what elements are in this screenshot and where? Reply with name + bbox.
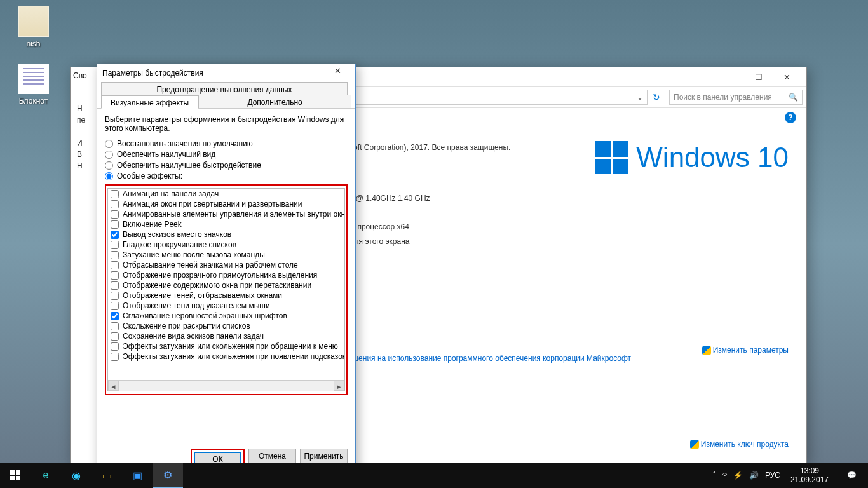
effect-checkbox[interactable]	[111, 302, 119, 310]
effect-checkbox[interactable]	[111, 322, 119, 330]
tray-volume-icon[interactable]: 🔊	[749, 471, 759, 480]
maximize-button[interactable]: ☐	[744, 68, 773, 86]
effect-item[interactable]: Сохранение вида эскизов панели задач	[108, 331, 344, 341]
effect-item[interactable]: Анимация на панели задач	[108, 189, 344, 199]
apply-button[interactable]: Применить	[300, 449, 348, 463]
scroll-right-icon[interactable]: ►	[334, 381, 344, 391]
effect-checkbox[interactable]	[111, 200, 119, 208]
perf-description: Выберите параметры оформления и быстроде…	[105, 115, 348, 133]
effect-item[interactable]: Отбрасывание теней значками на рабочем с…	[108, 260, 344, 270]
minimize-button[interactable]: —	[715, 68, 744, 86]
effect-label: Скольжение при раскрытии списков	[123, 322, 250, 330]
effect-item[interactable]: Отображение прозрачного прямоугольника в…	[108, 270, 344, 280]
effect-item[interactable]: Анимированные элементы управления и элем…	[108, 209, 344, 219]
shield-icon	[690, 440, 699, 449]
change-product-key-link[interactable]: Изменить ключ продукта	[690, 440, 789, 449]
notifications-button[interactable]: 💬	[839, 463, 864, 488]
taskbar-explorer[interactable]: ▭	[92, 463, 122, 488]
svg-rect-0	[10, 470, 15, 475]
radio-input[interactable]	[105, 151, 113, 159]
effect-item[interactable]: Отображение тени под указателем мыши	[108, 301, 344, 311]
effect-label: Сохранение вида эскизов панели задач	[123, 332, 264, 341]
effect-checkbox[interactable]	[111, 332, 119, 341]
desktop-icon-notepad[interactable]: Блокнот	[10, 64, 57, 105]
effect-item[interactable]: Сглаживание неровностей экранных шрифтов	[108, 311, 344, 321]
scroll-left-icon[interactable]: ◄	[108, 381, 119, 391]
help-icon[interactable]: ?	[785, 112, 796, 123]
search-icon: 🔍	[789, 93, 798, 102]
tab-dep[interactable]: Предотвращение выполнения данных	[101, 82, 348, 95]
system-tray: ˄ ⌔ ⚡ 🔊 РУС 13:09 21.09.2017 💬	[712, 463, 868, 488]
effects-listbox[interactable]: Анимация на панели задачАнимация окон пр…	[107, 188, 345, 391]
effect-checkbox[interactable]	[111, 271, 119, 280]
notepad-icon	[18, 64, 49, 94]
perf-title: Параметры быстродействия	[102, 69, 203, 78]
close-button[interactable]: ✕	[325, 66, 350, 80]
perf-radio-option[interactable]: Обеспечить наилучший вид	[105, 150, 348, 159]
effect-label: Отображение содержимого окна при перетас…	[123, 281, 311, 290]
taskbar-app-1[interactable]: ◉	[61, 463, 92, 488]
effect-item[interactable]: Гладкое прокручивание списков	[108, 240, 344, 250]
search-input[interactable]: Поиск в панели управления 🔍	[669, 90, 803, 105]
effect-label: Отображение прозрачного прямоугольника в…	[123, 271, 317, 280]
effect-item[interactable]: Отображение содержимого окна при перетас…	[108, 280, 344, 290]
effect-item[interactable]: Скольжение при раскрытии списков	[108, 321, 344, 331]
effect-checkbox[interactable]	[111, 342, 119, 351]
effect-item[interactable]: Эффекты затухания или скольжения при поя…	[108, 351, 344, 362]
effect-checkbox[interactable]	[111, 210, 119, 219]
effect-checkbox[interactable]	[111, 190, 119, 198]
radio-input[interactable]	[105, 140, 113, 148]
windows-brand-text: Windows 10	[636, 142, 789, 173]
effect-checkbox[interactable]	[111, 251, 119, 259]
perf-titlebar[interactable]: Параметры быстродействия ✕	[97, 64, 355, 82]
change-settings-link[interactable]: Изменить параметры	[702, 346, 789, 355]
shield-icon	[702, 346, 711, 355]
tab-advanced[interactable]: Дополнительно	[198, 95, 351, 108]
effect-item[interactable]: Включение Peek	[108, 219, 344, 229]
cancel-button[interactable]: Отмена	[248, 449, 296, 463]
tab-visual-effects[interactable]: Визуальные эффекты	[101, 95, 198, 109]
search-placeholder: Поиск в панели управления	[674, 93, 772, 102]
refresh-button[interactable]: ↻	[648, 92, 665, 102]
effect-checkbox[interactable]	[111, 231, 119, 239]
effect-item[interactable]: Отображение теней, отбрасываемых окнами	[108, 290, 344, 301]
tray-language[interactable]: РУС	[765, 471, 780, 480]
windows-logo: Windows 10	[595, 141, 789, 174]
effect-label: Анимация на панели задач	[123, 189, 219, 198]
effect-checkbox[interactable]	[111, 220, 119, 229]
svg-rect-3	[16, 476, 20, 480]
desktop-icon-nish[interactable]: nish	[10, 6, 57, 48]
tray-clock[interactable]: 13:09 21.09.2017	[787, 466, 832, 485]
effect-item[interactable]: Анимация окон при свертывании и разверты…	[108, 199, 344, 209]
effect-checkbox[interactable]	[111, 281, 119, 290]
perf-radio-option[interactable]: Особые эффекты:	[105, 172, 348, 180]
effect-checkbox[interactable]	[111, 241, 119, 249]
windows-logo-icon	[595, 141, 628, 174]
effect-item[interactable]: Затухание меню после вызова команды	[108, 250, 344, 260]
tray-network-icon[interactable]: ⚡	[733, 471, 743, 480]
taskbar-app-2[interactable]: ▣	[122, 463, 153, 488]
taskbar-edge[interactable]: e	[31, 463, 61, 488]
effect-label: Включение Peek	[123, 220, 182, 229]
perf-radio-option[interactable]: Восстановить значения по умолчанию	[105, 139, 348, 148]
close-button[interactable]: ✕	[773, 68, 801, 86]
effect-checkbox[interactable]	[111, 353, 119, 361]
start-button[interactable]	[0, 463, 31, 488]
taskbar: e ◉ ▭ ▣ ⚙ ˄ ⌔ ⚡ 🔊 РУС 13:09 21.09.2017 💬	[0, 463, 868, 488]
radio-label: Восстановить значения по умолчанию	[117, 139, 253, 148]
effect-checkbox[interactable]	[111, 312, 119, 320]
effect-item[interactable]: Вывод эскизов вместо значков	[108, 229, 344, 240]
horizontal-scrollbar[interactable]: ◄ ►	[108, 380, 344, 391]
effect-checkbox[interactable]	[111, 261, 119, 269]
effect-item[interactable]: Эффекты затухания или скольжения при обр…	[108, 341, 344, 351]
tray-chevron-icon[interactable]: ˄	[712, 471, 716, 480]
perf-radio-option[interactable]: Обеспечить наилучшее быстродействие	[105, 161, 348, 170]
radio-input[interactable]	[105, 172, 113, 180]
effect-label: Эффекты затухания или скольжения при обр…	[123, 342, 338, 351]
dropdown-icon[interactable]: ⌄	[637, 93, 643, 102]
effect-label: Затухание меню после вызова команды	[123, 250, 265, 259]
tray-bluetooth-icon[interactable]: ⌔	[722, 471, 727, 480]
radio-input[interactable]	[105, 161, 113, 170]
effect-checkbox[interactable]	[111, 292, 119, 300]
taskbar-system-properties[interactable]: ⚙	[153, 463, 183, 488]
